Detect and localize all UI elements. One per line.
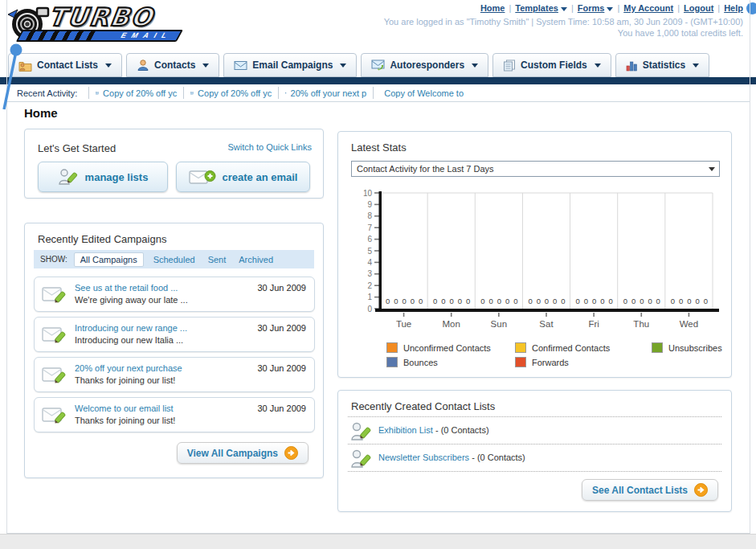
svg-text:0: 0 xyxy=(687,297,691,305)
svg-text:8: 8 xyxy=(367,211,372,220)
filter-sent[interactable]: Sent xyxy=(208,255,227,264)
svg-text:0: 0 xyxy=(545,297,549,305)
manage-lists-button[interactable]: manage lists xyxy=(38,162,168,192)
svg-text:Wed: Wed xyxy=(680,319,698,329)
contact-list-row[interactable]: Newsletter Subscribers - (0 Contacts) xyxy=(349,445,721,473)
legend-item: Bounces xyxy=(386,357,515,367)
contact-lists-panel: Recently Created Contact Lists Exhibitio… xyxy=(337,390,732,512)
campaign-row[interactable]: 20% off your next purchase Thanks for jo… xyxy=(34,357,315,392)
svg-text:Mon: Mon xyxy=(443,319,460,329)
svg-text:Fri: Fri xyxy=(588,319,599,329)
svg-text:0: 0 xyxy=(537,297,541,305)
person-pencil-icon xyxy=(349,420,372,443)
campaign-title-link[interactable]: Welcome to our email list xyxy=(75,404,174,413)
envelope-pencil-icon xyxy=(42,284,67,306)
footer-strip xyxy=(0,534,756,549)
svg-text:0: 0 xyxy=(640,297,644,305)
svg-text:0: 0 xyxy=(513,297,517,305)
svg-text:0: 0 xyxy=(433,297,437,305)
svg-text:9: 9 xyxy=(367,200,372,209)
svg-text:0: 0 xyxy=(696,297,700,305)
arrow-circle-icon xyxy=(284,446,298,460)
campaign-date: 30 Jun 2009 xyxy=(257,323,306,333)
contact-list-count: - (0 Contacts) xyxy=(472,453,525,462)
contact-list-row[interactable]: Exhibition List - (0 Contacts) xyxy=(349,418,721,445)
svg-text:0: 0 xyxy=(623,297,627,305)
divider xyxy=(348,416,721,417)
legend-swatch xyxy=(386,357,398,367)
svg-text:0: 0 xyxy=(656,297,660,305)
svg-text:6: 6 xyxy=(367,235,372,244)
campaign-date: 30 Jun 2009 xyxy=(257,283,306,293)
svg-text:0: 0 xyxy=(631,297,635,305)
campaign-title-link[interactable]: See us at the retail food ... xyxy=(75,283,178,293)
svg-text:0: 0 xyxy=(671,297,675,305)
svg-text:Thu: Thu xyxy=(633,319,649,329)
campaign-date: 30 Jun 2009 xyxy=(257,363,306,373)
svg-text:0: 0 xyxy=(561,297,565,305)
create-email-button[interactable]: create an email xyxy=(176,162,310,192)
filter-scheduled[interactable]: Scheduled xyxy=(153,255,195,264)
campaign-row[interactable]: See us at the retail food ... We're givi… xyxy=(34,277,315,312)
legend-item: Confirmed Contacts xyxy=(515,342,652,353)
campaigns-panel: Recently Edited Campaigns SHOW: All Camp… xyxy=(24,223,324,478)
envelope-pencil-icon xyxy=(42,324,67,346)
svg-text:1: 1 xyxy=(367,293,372,301)
svg-text:0: 0 xyxy=(576,297,580,305)
contact-list-link[interactable]: Exhibition List xyxy=(378,425,433,435)
legend-swatch xyxy=(652,342,663,353)
campaign-date: 30 Jun 2009 xyxy=(257,404,306,413)
legend-swatch xyxy=(515,357,526,367)
svg-text:0: 0 xyxy=(497,297,501,305)
filter-archived[interactable]: Archived xyxy=(239,255,273,264)
see-all-contact-lists-button[interactable]: See All Contact Lists xyxy=(582,479,718,501)
arrow-circle-icon xyxy=(694,483,708,497)
person-pencil-icon xyxy=(349,448,372,470)
svg-text:0: 0 xyxy=(592,297,596,305)
filter-all-campaigns[interactable]: All Campaigns xyxy=(74,252,144,267)
svg-text:0: 0 xyxy=(488,297,492,305)
svg-text:0: 0 xyxy=(386,297,390,305)
latest-stats-title: Latest Stats xyxy=(351,141,407,154)
svg-text:0: 0 xyxy=(679,297,683,305)
chevron-down-icon xyxy=(709,167,715,171)
chart-legend: Unconfirmed Contacts Confirmed Contacts … xyxy=(386,342,756,367)
svg-text:0: 0 xyxy=(411,297,415,305)
campaign-row[interactable]: Welcome to our email list Thanks for joi… xyxy=(34,397,315,432)
svg-text:0: 0 xyxy=(648,297,652,305)
campaign-row[interactable]: Introducing our new range ... Introducin… xyxy=(34,317,315,352)
person-pencil-icon xyxy=(58,167,79,186)
svg-text:0: 0 xyxy=(704,297,708,305)
svg-text:0: 0 xyxy=(505,297,509,305)
divider xyxy=(348,444,721,445)
legend-item: Forwards xyxy=(515,357,652,367)
svg-text:0: 0 xyxy=(441,297,445,305)
svg-text:0: 0 xyxy=(528,297,532,305)
campaign-title-link[interactable]: Introducing our new range ... xyxy=(75,323,187,333)
svg-text:0: 0 xyxy=(450,297,454,305)
campaign-title-link[interactable]: 20% off your next purchase xyxy=(75,363,182,373)
svg-text:0: 0 xyxy=(480,297,484,305)
svg-text:5: 5 xyxy=(367,247,372,256)
contact-lists-title: Recently Created Contact Lists xyxy=(351,400,495,412)
campaign-subtitle: We're giving away our late ... xyxy=(75,295,188,305)
contact-activity-chart: 01234567891000000Tue00000Mon00000Sun0000… xyxy=(349,185,721,338)
svg-text:0: 0 xyxy=(394,297,398,305)
envelope-plus-icon xyxy=(189,167,216,186)
stats-dropdown[interactable]: Contact Activity for the Last 7 Days xyxy=(351,161,720,177)
legend-item: Unsubscribes xyxy=(652,342,756,353)
svg-text:0: 0 xyxy=(367,305,372,313)
view-all-campaigns-button[interactable]: View All Campaigns xyxy=(177,442,309,464)
svg-text:0: 0 xyxy=(458,297,462,305)
svg-text:0: 0 xyxy=(419,297,423,305)
svg-text:4: 4 xyxy=(367,258,372,267)
legend-swatch xyxy=(386,342,398,353)
svg-text:0: 0 xyxy=(584,297,588,305)
envelope-pencil-icon xyxy=(42,404,67,427)
contact-list-link[interactable]: Newsletter Subscribers xyxy=(378,453,469,462)
svg-text:Tue: Tue xyxy=(396,319,411,329)
switch-to-quick-links[interactable]: Switch to Quick Links xyxy=(227,142,312,152)
campaigns-filter-bar: SHOW: All Campaigns Scheduled Sent Archi… xyxy=(34,250,314,268)
divider xyxy=(348,471,721,472)
campaign-subtitle: Thanks for joining our list! xyxy=(75,375,175,385)
